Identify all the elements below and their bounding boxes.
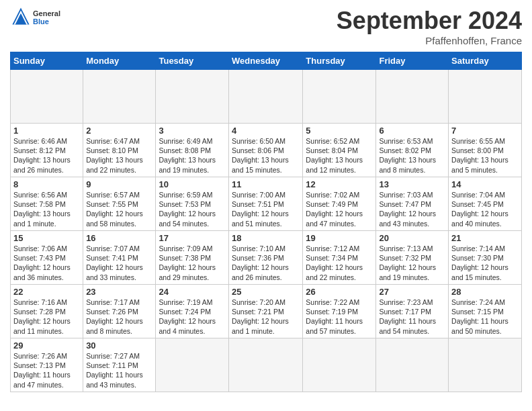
day-info: Sunrise: 6:50 AM Sunset: 8:06 PM Dayligh… bbox=[232, 136, 300, 175]
day-number: 11 bbox=[232, 179, 300, 189]
calendar-cell: 7Sunrise: 6:55 AM Sunset: 8:00 PM Daylig… bbox=[449, 124, 522, 177]
day-info: Sunrise: 6:53 AM Sunset: 8:02 PM Dayligh… bbox=[379, 136, 445, 175]
calendar-cell: 16Sunrise: 7:07 AM Sunset: 7:41 PM Dayli… bbox=[83, 231, 156, 285]
month-title: September 2024 bbox=[337, 7, 522, 35]
day-number: 18 bbox=[232, 233, 300, 243]
calendar-cell: 17Sunrise: 7:09 AM Sunset: 7:38 PM Dayli… bbox=[156, 231, 229, 285]
day-of-week-sunday: Sunday bbox=[11, 52, 83, 70]
day-info: Sunrise: 7:23 AM Sunset: 7:17 PM Dayligh… bbox=[379, 298, 445, 336]
location: Pfaffenhoffen, France bbox=[337, 35, 522, 46]
calendar-week-1: 1Sunrise: 6:46 AM Sunset: 8:12 PM Daylig… bbox=[11, 124, 522, 177]
calendar-cell: 8Sunrise: 6:56 AM Sunset: 7:58 PM Daylig… bbox=[11, 177, 83, 231]
day-of-week-tuesday: Tuesday bbox=[156, 52, 229, 70]
day-number: 29 bbox=[13, 340, 80, 351]
day-number: 27 bbox=[379, 287, 445, 297]
calendar-cell: 6Sunrise: 6:53 AM Sunset: 8:02 PM Daylig… bbox=[376, 124, 449, 177]
day-number: 12 bbox=[306, 179, 373, 189]
calendar-cell: 12Sunrise: 7:02 AM Sunset: 7:49 PM Dayli… bbox=[303, 177, 376, 231]
calendar-cell: 19Sunrise: 7:12 AM Sunset: 7:34 PM Dayli… bbox=[303, 231, 376, 285]
day-info: Sunrise: 7:13 AM Sunset: 7:32 PM Dayligh… bbox=[379, 244, 445, 282]
calendar-cell: 14Sunrise: 7:04 AM Sunset: 7:45 PM Dayli… bbox=[449, 177, 522, 231]
day-of-week-wednesday: Wednesday bbox=[229, 52, 303, 70]
day-info: Sunrise: 7:16 AM Sunset: 7:28 PM Dayligh… bbox=[13, 298, 80, 336]
day-info: Sunrise: 7:20 AM Sunset: 7:21 PM Dayligh… bbox=[232, 298, 300, 336]
calendar-cell: 25Sunrise: 7:20 AM Sunset: 7:21 PM Dayli… bbox=[229, 285, 303, 338]
calendar-cell bbox=[303, 70, 376, 124]
day-of-week-thursday: Thursday bbox=[303, 52, 376, 70]
calendar-cell bbox=[229, 70, 303, 124]
calendar-cell bbox=[83, 70, 156, 124]
day-info: Sunrise: 7:27 AM Sunset: 7:11 PM Dayligh… bbox=[86, 351, 152, 390]
calendar-cell: 23Sunrise: 7:17 AM Sunset: 7:26 PM Dayli… bbox=[83, 285, 156, 338]
day-number: 20 bbox=[379, 233, 445, 243]
day-info: Sunrise: 7:26 AM Sunset: 7:13 PM Dayligh… bbox=[13, 351, 80, 390]
calendar-cell bbox=[156, 338, 229, 392]
day-info: Sunrise: 7:24 AM Sunset: 7:15 PM Dayligh… bbox=[451, 298, 519, 336]
day-number: 3 bbox=[159, 126, 226, 136]
calendar-week-0 bbox=[11, 70, 522, 124]
calendar: SundayMondayTuesdayWednesdayThursdayFrid… bbox=[10, 52, 522, 392]
day-number: 28 bbox=[451, 287, 519, 297]
calendar-cell bbox=[449, 70, 522, 124]
calendar-cell: 30Sunrise: 7:27 AM Sunset: 7:11 PM Dayli… bbox=[83, 338, 156, 392]
calendar-cell: 11Sunrise: 7:00 AM Sunset: 7:51 PM Dayli… bbox=[229, 177, 303, 231]
day-number: 1 bbox=[13, 126, 80, 136]
day-info: Sunrise: 6:57 AM Sunset: 7:55 PM Dayligh… bbox=[86, 190, 152, 228]
calendar-week-5: 29Sunrise: 7:26 AM Sunset: 7:13 PM Dayli… bbox=[11, 338, 522, 392]
calendar-cell: 2Sunrise: 6:47 AM Sunset: 8:10 PM Daylig… bbox=[83, 124, 156, 177]
day-number: 16 bbox=[86, 233, 152, 243]
calendar-week-3: 15Sunrise: 7:06 AM Sunset: 7:43 PM Dayli… bbox=[11, 231, 522, 285]
calendar-cell: 13Sunrise: 7:03 AM Sunset: 7:47 PM Dayli… bbox=[376, 177, 449, 231]
calendar-cell: 28Sunrise: 7:24 AM Sunset: 7:15 PM Dayli… bbox=[449, 285, 522, 338]
calendar-cell: 18Sunrise: 7:10 AM Sunset: 7:36 PM Dayli… bbox=[229, 231, 303, 285]
day-number: 4 bbox=[232, 126, 300, 136]
day-number: 5 bbox=[306, 126, 373, 136]
day-number: 7 bbox=[451, 126, 519, 136]
calendar-cell bbox=[376, 338, 449, 392]
day-info: Sunrise: 7:22 AM Sunset: 7:19 PM Dayligh… bbox=[306, 298, 373, 336]
day-of-week-saturday: Saturday bbox=[449, 52, 522, 70]
day-info: Sunrise: 7:04 AM Sunset: 7:45 PM Dayligh… bbox=[451, 190, 519, 228]
day-number: 10 bbox=[159, 179, 226, 189]
day-info: Sunrise: 6:56 AM Sunset: 7:58 PM Dayligh… bbox=[13, 190, 80, 228]
calendar-cell: 20Sunrise: 7:13 AM Sunset: 7:32 PM Dayli… bbox=[376, 231, 449, 285]
calendar-cell: 26Sunrise: 7:22 AM Sunset: 7:19 PM Dayli… bbox=[303, 285, 376, 338]
calendar-cell: 21Sunrise: 7:14 AM Sunset: 7:30 PM Dayli… bbox=[449, 231, 522, 285]
day-number: 14 bbox=[451, 179, 519, 189]
day-info: Sunrise: 7:03 AM Sunset: 7:47 PM Dayligh… bbox=[379, 190, 445, 228]
day-number: 15 bbox=[13, 233, 80, 243]
day-info: Sunrise: 6:47 AM Sunset: 8:10 PM Dayligh… bbox=[86, 136, 152, 175]
day-number: 2 bbox=[86, 126, 152, 136]
calendar-cell: 22Sunrise: 7:16 AM Sunset: 7:28 PM Dayli… bbox=[11, 285, 83, 338]
day-number: 26 bbox=[306, 287, 373, 297]
day-number: 23 bbox=[86, 287, 152, 297]
calendar-cell: 15Sunrise: 7:06 AM Sunset: 7:43 PM Dayli… bbox=[11, 231, 83, 285]
day-number: 9 bbox=[86, 179, 152, 189]
day-info: Sunrise: 7:17 AM Sunset: 7:26 PM Dayligh… bbox=[86, 298, 152, 336]
calendar-cell: 10Sunrise: 6:59 AM Sunset: 7:53 PM Dayli… bbox=[156, 177, 229, 231]
day-info: Sunrise: 6:46 AM Sunset: 8:12 PM Dayligh… bbox=[13, 136, 80, 175]
calendar-cell bbox=[156, 70, 229, 124]
logo-icon bbox=[11, 7, 30, 26]
day-info: Sunrise: 7:14 AM Sunset: 7:30 PM Dayligh… bbox=[451, 244, 519, 282]
day-info: Sunrise: 6:59 AM Sunset: 7:53 PM Dayligh… bbox=[159, 190, 226, 228]
day-info: Sunrise: 6:49 AM Sunset: 8:08 PM Dayligh… bbox=[159, 136, 226, 175]
day-info: Sunrise: 7:06 AM Sunset: 7:43 PM Dayligh… bbox=[13, 244, 80, 282]
header: General Blue September 2024 Pfaffenhoffe… bbox=[10, 7, 522, 46]
day-of-week-monday: Monday bbox=[83, 52, 156, 70]
day-number: 30 bbox=[86, 340, 152, 351]
day-number: 24 bbox=[159, 287, 226, 297]
day-number: 21 bbox=[451, 233, 519, 243]
day-info: Sunrise: 7:09 AM Sunset: 7:38 PM Dayligh… bbox=[159, 244, 226, 282]
calendar-week-4: 22Sunrise: 7:16 AM Sunset: 7:28 PM Dayli… bbox=[11, 285, 522, 338]
day-number: 25 bbox=[232, 287, 300, 297]
calendar-week-2: 8Sunrise: 6:56 AM Sunset: 7:58 PM Daylig… bbox=[11, 177, 522, 231]
calendar-cell: 4Sunrise: 6:50 AM Sunset: 8:06 PM Daylig… bbox=[229, 124, 303, 177]
day-number: 6 bbox=[379, 126, 445, 136]
day-number: 17 bbox=[159, 233, 226, 243]
day-number: 19 bbox=[306, 233, 373, 243]
logo-text-general: General bbox=[33, 9, 60, 17]
calendar-cell: 5Sunrise: 6:52 AM Sunset: 8:04 PM Daylig… bbox=[303, 124, 376, 177]
day-of-week-friday: Friday bbox=[376, 52, 449, 70]
day-info: Sunrise: 7:07 AM Sunset: 7:41 PM Dayligh… bbox=[86, 244, 152, 282]
